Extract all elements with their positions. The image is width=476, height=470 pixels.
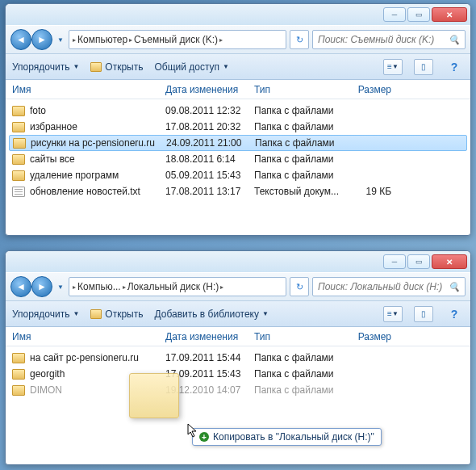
close-button[interactable]: ✕: [432, 254, 467, 269]
file-name: DIMON: [30, 384, 62, 396]
file-date: 24.09.2011 21:00: [166, 137, 255, 149]
file-date: 17.09.2011 15:44: [165, 352, 254, 363]
file-date: 05.09.2011 15:43: [165, 170, 254, 181]
file-name: foto: [30, 105, 46, 116]
column-size[interactable]: Размер: [343, 84, 391, 95]
file-date: 17.08.2011 20:32: [165, 121, 254, 132]
folder-icon: [12, 122, 25, 132]
refresh-button[interactable]: ↻: [290, 277, 309, 296]
file-name: georgith: [30, 368, 65, 380]
add-to-library-button[interactable]: Добавить в библиотеку▼: [154, 308, 268, 320]
back-button[interactable]: ◄: [10, 276, 31, 297]
open-button[interactable]: Открыть: [90, 61, 143, 73]
history-dropdown[interactable]: ▼: [56, 31, 65, 48]
history-dropdown[interactable]: ▼: [56, 279, 65, 295]
column-date[interactable]: Дата изменения: [165, 84, 254, 95]
file-date: 09.08.2011 12:32: [165, 105, 254, 116]
file-row[interactable]: обновление новостей.txt17.08.2011 13:17Т…: [6, 183, 470, 199]
search-box[interactable]: 🔍: [312, 30, 466, 49]
file-row[interactable]: foto09.08.2011 12:32Папка с файлами: [6, 103, 470, 119]
column-date[interactable]: Дата изменения: [165, 331, 254, 342]
explorer-window-k: ─ ▭ ✕ ◄ ► ▼ ▸ Компьютер ▸ Съемный диск (…: [5, 3, 471, 236]
file-type: Папка с файлами: [255, 137, 344, 149]
folder-icon: [12, 154, 25, 165]
folder-icon: [13, 138, 26, 149]
column-type[interactable]: Тип: [254, 84, 343, 95]
search-input[interactable]: [318, 281, 445, 292]
file-date: 18.08.2011 6:14: [165, 153, 254, 165]
file-name: избранное: [30, 121, 77, 132]
file-row[interactable]: удаление программ05.09.2011 15:43Папка с…: [6, 167, 470, 183]
minimize-button[interactable]: ─: [383, 254, 406, 269]
column-name[interactable]: Имя: [12, 331, 165, 342]
folder-icon: [12, 353, 25, 363]
column-headers[interactable]: Имя Дата изменения Тип Размер: [6, 80, 470, 99]
file-row[interactable]: georgith17.09.2011 15:43Папка с файлами: [6, 366, 470, 382]
file-row[interactable]: избранное17.08.2011 20:32Папка с файлами: [6, 119, 470, 135]
folder-icon: [12, 106, 25, 116]
search-icon: 🔍: [449, 282, 460, 292]
file-type: Папка с файлами: [254, 368, 343, 380]
preview-pane-button[interactable]: ▯: [414, 59, 433, 75]
help-button[interactable]: ?: [445, 59, 464, 75]
file-type: Папка с файлами: [254, 170, 343, 181]
breadcrumb[interactable]: ▸ Компью... ▸ Локальный диск (H:) ▸: [69, 277, 286, 296]
forward-button[interactable]: ►: [31, 29, 52, 50]
breadcrumb-segment[interactable]: Локальный диск (H:): [127, 281, 219, 292]
nav-bar: ◄ ► ▼ ▸ Компьютер ▸ Съемный диск (K:) ▸ …: [6, 25, 470, 54]
help-button[interactable]: ?: [445, 306, 464, 322]
refresh-button[interactable]: ↻: [290, 30, 309, 49]
maximize-button[interactable]: ▭: [407, 254, 430, 269]
folder-icon: [12, 170, 25, 181]
search-input[interactable]: [318, 34, 445, 45]
text-file-icon: [12, 187, 25, 197]
maximize-button[interactable]: ▭: [407, 7, 430, 22]
breadcrumb-segment[interactable]: Съемный диск (K:): [134, 34, 218, 45]
file-name: на сайт pc-pensioneru.ru: [30, 352, 139, 363]
breadcrumb-segment[interactable]: Компьютер: [77, 34, 127, 45]
close-button[interactable]: ✕: [432, 7, 467, 22]
back-button[interactable]: ◄: [10, 29, 31, 50]
file-name: рисунки на pc-pensioneru.ru: [31, 137, 155, 149]
drag-ghost-folder-icon: [129, 373, 179, 418]
folder-icon: [12, 385, 25, 396]
organize-button[interactable]: Упорядочить▼: [12, 61, 79, 73]
search-icon: 🔍: [449, 35, 460, 45]
column-headers[interactable]: Имя Дата изменения Тип Размер: [6, 327, 470, 346]
titlebar[interactable]: ─ ▭ ✕: [6, 4, 470, 25]
column-size[interactable]: Размер: [343, 331, 391, 342]
cursor-icon: [187, 423, 198, 438]
file-size: 19 КБ: [343, 186, 391, 197]
file-row[interactable]: сайты все18.08.2011 6:14Папка с файлами: [6, 151, 470, 167]
column-type[interactable]: Тип: [254, 331, 343, 342]
breadcrumb[interactable]: ▸ Компьютер ▸ Съемный диск (K:) ▸: [69, 30, 286, 49]
search-box[interactable]: 🔍: [312, 277, 466, 296]
copy-tooltip-label: Копировать в "Локальный диск (H:)": [213, 431, 374, 443]
file-date: 17.08.2011 13:17: [165, 186, 254, 197]
copy-tooltip: + Копировать в "Локальный диск (H:)": [192, 428, 382, 446]
file-row[interactable]: на сайт pc-pensioneru.ru17.09.2011 15:44…: [6, 350, 470, 366]
titlebar[interactable]: ─ ▭ ✕: [6, 251, 470, 272]
file-name: удаление программ: [30, 170, 119, 181]
minimize-button[interactable]: ─: [383, 7, 406, 22]
view-button[interactable]: ≡ ▼: [383, 306, 403, 322]
column-name[interactable]: Имя: [12, 84, 165, 95]
file-type: Папка с файлами: [254, 105, 343, 116]
folder-open-icon: [90, 309, 102, 319]
file-type: Папка с файлами: [254, 352, 343, 363]
nav-bar: ◄ ► ▼ ▸ Компью... ▸ Локальный диск (H:) …: [6, 272, 470, 301]
preview-pane-button[interactable]: ▯: [414, 306, 433, 322]
toolbar: Упорядочить▼ Открыть Общий доступ▼ ≡ ▼ ▯…: [6, 54, 470, 80]
file-row[interactable]: рисунки на pc-pensioneru.ru24.09.2011 21…: [9, 135, 467, 151]
file-row[interactable]: DIMON19.12.2010 14:07Папка с файлами: [6, 382, 470, 398]
plus-icon: +: [199, 432, 209, 442]
open-button[interactable]: Открыть: [90, 308, 143, 320]
breadcrumb-segment[interactable]: Компью...: [77, 281, 121, 292]
file-list: на сайт pc-pensioneru.ru17.09.2011 15:44…: [6, 346, 470, 401]
share-button[interactable]: Общий доступ▼: [154, 61, 229, 73]
file-name: сайты все: [30, 153, 75, 165]
toolbar: Упорядочить▼ Открыть Добавить в библиоте…: [6, 301, 470, 327]
organize-button[interactable]: Упорядочить▼: [12, 308, 79, 320]
view-button[interactable]: ≡ ▼: [383, 59, 403, 75]
forward-button[interactable]: ►: [31, 276, 52, 297]
